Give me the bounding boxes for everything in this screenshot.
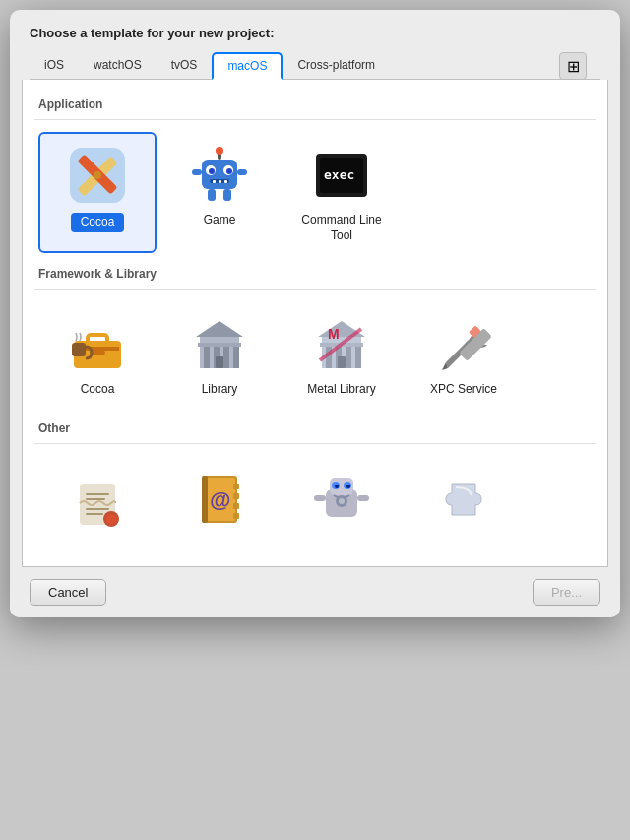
svg-rect-68	[314, 495, 326, 501]
section-other-header: Other	[34, 416, 596, 444]
svg-point-10	[226, 168, 232, 174]
svg-text:M: M	[328, 326, 340, 342]
svg-rect-50	[86, 508, 109, 510]
application-items: Cocoa	[34, 128, 596, 257]
xpc-icon	[432, 313, 495, 376]
svg-point-53	[106, 514, 116, 524]
svg-point-6	[216, 147, 223, 155]
cocoa-app-icon	[66, 144, 129, 207]
game-label: Game	[204, 213, 236, 228]
svg-rect-59	[233, 493, 239, 499]
svg-text:exec: exec	[324, 167, 354, 182]
item-other4[interactable]	[405, 456, 523, 547]
item-cocoa-app[interactable]: Cocoa	[38, 132, 157, 253]
filter-button[interactable]: ⊞	[559, 52, 587, 80]
svg-rect-13	[219, 180, 221, 183]
svg-rect-16	[237, 169, 247, 175]
tab-ios[interactable]: iOS	[30, 52, 79, 80]
metal-label: Metal Library	[307, 382, 375, 398]
item-game[interactable]: Game	[160, 132, 279, 253]
svg-rect-51	[86, 513, 103, 515]
svg-marker-28	[196, 321, 243, 337]
item-other2[interactable]: @	[160, 456, 279, 547]
item-xpc[interactable]: XPC Service	[405, 301, 523, 408]
content-area: Application Coc	[22, 80, 608, 567]
tabs-bar: iOS watchOS tvOS macOS Cross-platform	[30, 52, 600, 80]
svg-point-67	[346, 485, 350, 488]
svg-rect-26	[72, 343, 86, 356]
svg-rect-14	[224, 180, 227, 183]
new-project-dialog: Choose a template for your new project: …	[10, 10, 620, 617]
library-label: Library	[202, 382, 238, 398]
item-other3[interactable]	[283, 456, 401, 547]
fw-cocoa-label: Cocoa	[81, 382, 115, 398]
other-items: @	[34, 452, 596, 550]
svg-point-3	[94, 171, 101, 179]
svg-rect-23	[88, 335, 107, 345]
item-library[interactable]: Library	[160, 301, 279, 408]
item-other1[interactable]	[38, 456, 157, 547]
item-metal[interactable]: M Metal Library	[283, 301, 401, 408]
contacts-icon: @	[188, 468, 251, 531]
tabs-row: iOS watchOS tvOS macOS Cross-platform ⊞	[30, 52, 600, 80]
xpc-label: XPC Service	[430, 382, 497, 398]
svg-rect-42	[338, 356, 346, 368]
tab-cross-platform[interactable]: Cross-platform	[283, 52, 390, 80]
cmdline-icon: exec	[310, 144, 373, 207]
svg-rect-69	[357, 495, 369, 501]
framework-items: Cocoa	[34, 297, 596, 412]
game-icon	[188, 144, 251, 207]
dialog-header: Choose a template for your new project: …	[10, 10, 620, 80]
svg-point-71	[339, 498, 345, 504]
svg-rect-48	[86, 493, 109, 495]
dialog-title: Choose a template for your new project:	[30, 26, 600, 40]
section-application-header: Application	[34, 92, 596, 120]
svg-rect-15	[192, 169, 202, 175]
automator-icon	[310, 468, 373, 531]
cocoa-app-label: Cocoa	[71, 213, 125, 232]
cancel-button[interactable]: Cancel	[30, 579, 106, 606]
tab-macos[interactable]: macOS	[212, 52, 283, 80]
tab-tvos[interactable]: tvOS	[157, 52, 213, 80]
plugin-icon	[432, 468, 495, 531]
library-icon	[188, 313, 251, 376]
svg-point-9	[209, 168, 215, 174]
svg-rect-60	[233, 503, 239, 509]
svg-rect-34	[198, 343, 241, 347]
svg-rect-18	[223, 189, 231, 201]
item-fw-cocoa[interactable]: Cocoa	[38, 301, 157, 408]
svg-text:@: @	[210, 487, 230, 512]
filter-icon: ⊞	[567, 57, 580, 76]
svg-rect-58	[233, 484, 239, 489]
item-cmdline[interactable]: exec Command LineTool	[283, 132, 401, 253]
svg-rect-17	[208, 189, 216, 201]
svg-rect-49	[86, 498, 105, 500]
svg-rect-61	[233, 513, 239, 519]
section-framework-header: Framework & Library	[34, 261, 596, 290]
svg-point-66	[335, 485, 339, 488]
svg-rect-33	[216, 356, 223, 368]
next-button[interactable]: Pre...	[533, 579, 600, 606]
svg-rect-4	[202, 160, 237, 189]
tab-watchos[interactable]: watchOS	[79, 52, 157, 80]
metal-icon: M	[310, 313, 373, 376]
svg-rect-56	[202, 476, 208, 523]
cmdline-label: Command LineTool	[301, 213, 381, 243]
fw-cocoa-icon	[66, 313, 129, 376]
svg-rect-12	[213, 180, 216, 183]
dialog-footer: Cancel Pre...	[10, 567, 620, 617]
script-icon	[66, 468, 129, 531]
